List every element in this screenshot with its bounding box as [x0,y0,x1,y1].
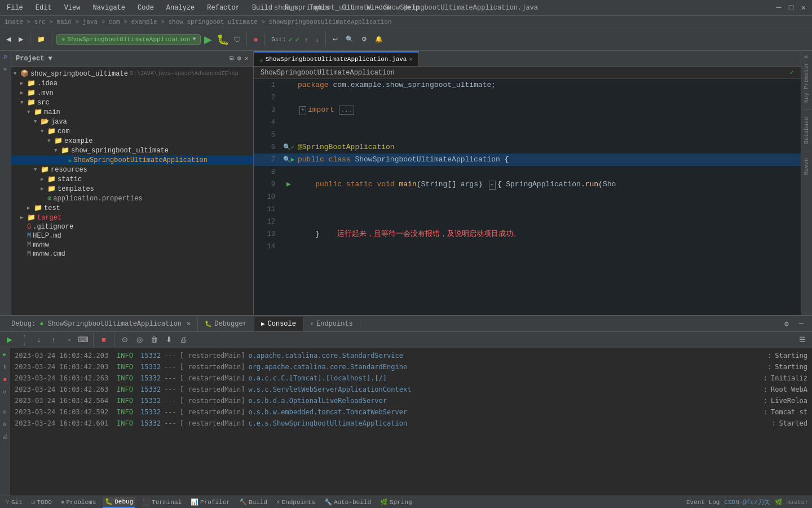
debug-icon-7[interactable]: 🔍 [283,154,291,166]
menu-code[interactable]: Code [135,3,156,13]
menu-navigate[interactable]: Navigate [90,3,127,13]
bt-spring[interactable]: 🌿 Spring [378,497,414,508]
panel-minimize-icon[interactable]: ─ [795,318,807,330]
code-editor[interactable]: 1 package com.example.show_springboot_ul… [254,79,801,315]
clear-console[interactable]: 🗑 [148,334,160,346]
maximize-button[interactable]: □ [787,4,795,12]
tree-helpmd[interactable]: M HELP.md [11,231,253,240]
tab-close-button[interactable]: ✕ [409,56,412,63]
console-options[interactable]: ☰ [796,334,809,346]
bt-debug[interactable]: 🐛 Debug [103,497,135,508]
debug-tab-console[interactable]: ▶ Console [254,317,303,331]
bt-profiler[interactable]: 📊 Profiler [188,497,232,508]
structure-icon[interactable]: ≡ [1,65,10,75]
menu-view[interactable]: View [62,3,83,13]
run-config-dropdown[interactable]: ● ShowSpringbootUltimateApplication ▼ [56,34,201,45]
tree-idea[interactable]: ▶ 📁 .idea [11,78,253,88]
debug-pause-icon[interactable]: ⏸ [1,362,10,371]
tree-show-folder[interactable]: ▼ 📁 show_springboot_ultimate [11,146,253,155]
mute-breakpoints[interactable]: ◎ [133,334,145,346]
close-button[interactable]: ✕ [800,4,807,12]
fold-button-9[interactable]: + [489,181,496,190]
coverage-button[interactable]: 🛡 [232,35,242,44]
tree-main-class[interactable]: ☕ ShowSpringbootUltimateApplication [11,155,253,165]
tree-mvnwcmd[interactable]: M mvnw.cmd [11,249,253,259]
toolbar-notifications[interactable]: 🔔 [372,32,386,47]
toolbar-stop[interactable]: ■ [251,32,261,47]
menu-refactor[interactable]: Refactor [205,3,242,13]
tree-target[interactable]: ▶ 📁 target [11,213,253,222]
event-log-label[interactable]: Event Log [686,499,720,506]
step-out-button[interactable]: ↑ [47,334,60,346]
debug-restart-icon[interactable]: ↺ [1,387,10,396]
bt-todo[interactable]: ☑ TODO [29,497,54,508]
bt-terminal[interactable]: ⬛ Terminal [140,497,184,508]
debug-breakpoint-icon[interactable]: ⊙ [1,408,10,417]
fold-button-3[interactable]: + [299,106,306,115]
tree-example[interactable]: ▼ 📁 example [11,136,253,146]
tree-mvnw[interactable]: M mvnw [11,240,253,249]
debug-tab-endpoints[interactable]: ⚡ Endpoints [303,317,360,331]
tree-main[interactable]: ▼ 📁 main [11,107,253,117]
debug-run-icon[interactable]: ▶ [1,350,10,359]
tree-com[interactable]: ▼ 📁 com [11,126,253,136]
tree-resources[interactable]: ▼ 📁 resources [11,165,253,174]
menu-edit[interactable]: Edit [33,3,54,13]
minimize-button[interactable]: ─ [775,4,783,12]
step-into-button[interactable]: ↓ [33,334,45,346]
toolbar-project-icon[interactable]: 📁 [34,32,48,47]
git-pull[interactable]: ↓ [313,32,322,47]
bt-auto-build[interactable]: 🔧 Auto-build [322,497,373,508]
resume-button[interactable]: ▶ [3,334,16,346]
run-icon-7[interactable]: ▶ [291,154,295,166]
git-push[interactable]: ↑ [302,32,311,47]
toolbar-undo[interactable]: ↩ [330,32,341,47]
step-over-up[interactable]: ↑ [18,333,30,339]
scroll-to-end[interactable]: ⬇ [162,334,175,346]
debug-stop-icon[interactable]: ■ [1,375,10,384]
run-to-cursor[interactable]: → [62,334,74,346]
tree-app-props[interactable]: ⚙ application.properties [11,194,253,203]
tree-gitignore[interactable]: G .gitignore [11,222,253,231]
project-icon[interactable]: P [1,53,10,62]
debug-tab-debugger[interactable]: 🐛 Debugger [198,317,254,331]
run-icon-6[interactable]: 🔍 [283,141,291,154]
run-triangle-9[interactable]: ▶ [286,178,291,191]
run-button[interactable]: ▶ [203,33,213,46]
tree-src[interactable]: ▼ 📁 src [11,98,253,107]
menu-analyze[interactable]: Analyze [164,3,197,13]
toolbar-back[interactable]: ◀ [3,32,14,47]
menu-build[interactable]: Build [250,3,275,13]
debug-run-button[interactable]: 🐛 [215,33,230,46]
project-hide-icon[interactable]: ✕ [245,54,249,63]
tree-static[interactable]: ▶ 📁 static [11,174,253,184]
project-settings-icon[interactable]: ⚙ [237,54,241,63]
panel-settings-icon[interactable]: ⚙ [780,318,793,330]
maven-label[interactable]: Maven [802,154,811,179]
tree-root[interactable]: ▼ 📦 show_springboot_ultimate D:\JAVA\jav… [11,69,253,78]
tree-mvn[interactable]: ▶ 📁 .mvn [11,88,253,98]
toolbar-forward[interactable]: ▶ [16,32,26,47]
toggle-breakpoints[interactable]: ⊙ [118,334,131,346]
debug-print-icon[interactable]: 🖨 [1,432,10,441]
debug-settings-icon2[interactable]: ⚙ [1,420,10,429]
debug-close[interactable]: ✕ [187,319,191,328]
tree-test[interactable]: ▶ 📁 test [11,203,253,213]
bt-build[interactable]: 🔨 Build [237,497,270,508]
step-over-down[interactable]: ↓ [18,340,30,347]
print-button[interactable]: 🖨 [177,334,189,346]
project-collapse-all[interactable]: ⊟ [230,54,233,63]
bt-git[interactable]: ⑂ Git [3,497,25,508]
evaluate-expr[interactable]: ⌨ [77,334,89,346]
tree-java[interactable]: ▼ 📂 java [11,117,253,126]
toolbar-search[interactable]: 🔍 [343,32,356,47]
bt-endpoints[interactable]: ⚡ Endpoints [274,497,317,508]
menu-file[interactable]: File [5,3,25,13]
key-promoter-label[interactable]: Key Promoter X [802,51,811,107]
tree-templates[interactable]: ▶ 📁 templates [11,184,253,194]
toolbar-settings[interactable]: ⚙ [359,32,370,47]
editor-tab-main[interactable]: ☕ ShowSpringbootUltimateApplication.java… [254,51,419,66]
bt-problems[interactable]: ● Problems [59,497,98,508]
database-label[interactable]: Database [802,112,811,148]
debug-log[interactable]: 2023-03-24 16:03:42.203 INFO 15332 --- [… [10,348,812,496]
